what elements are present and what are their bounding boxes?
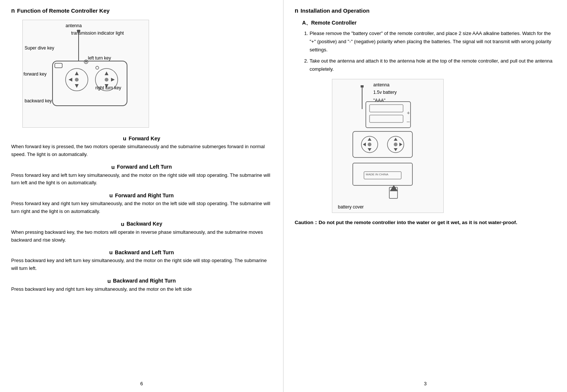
- svg-marker-34: [394, 148, 397, 151]
- installation-item-1: Please remove the "battery cover" of the…: [310, 29, 556, 54]
- battery-cover-label: battery cover: [338, 204, 364, 210]
- backward-left-section: u Backward and Left Turn Press backward …: [11, 249, 272, 273]
- backward-key-section: u Backward Key When pressing backward ke…: [11, 221, 272, 244]
- caution-text: Do not put the remote controller into th…: [319, 220, 517, 225]
- forward-key-title: u Forward Key: [11, 135, 272, 141]
- installation-list: Please remove the "battery cover" of the…: [302, 29, 556, 73]
- right-page-header: n Installation and Operation: [295, 7, 556, 14]
- bullet-u-2: u: [111, 164, 115, 170]
- bullet-u-3: u: [110, 192, 113, 198]
- svg-point-32: [394, 143, 397, 146]
- svg-text:_: _: [406, 116, 410, 122]
- backward-right-body: Press backward key and right turn key si…: [11, 286, 272, 293]
- backward-right-title: u Backward and Right Turn: [11, 278, 272, 284]
- remote-controller-heading: A、Remote Controller: [302, 20, 556, 26]
- svg-rect-25: [353, 131, 412, 157]
- svg-marker-28: [368, 138, 371, 141]
- caution-label: Caution：: [295, 220, 319, 225]
- forward-right-title: u Forward and Right Turn: [11, 192, 272, 198]
- svg-marker-33: [394, 138, 397, 141]
- backward-left-title: u Backward and Left Turn: [11, 249, 272, 255]
- svg-marker-30: [363, 143, 366, 146]
- backward-key-title: u Backward Key: [11, 221, 272, 227]
- left-section-marker: n: [11, 7, 15, 14]
- svg-point-7: [75, 78, 79, 82]
- remote-svg: + _: [332, 79, 440, 210]
- svg-point-5: [85, 61, 87, 63]
- left-section-title: Function of Remote Controller Key: [17, 7, 110, 14]
- right-section-marker: n: [295, 7, 298, 14]
- forward-left-section: u Forward and Left Turn Press forward ke…: [11, 164, 272, 187]
- forward-right-section: u Forward and Right Turn Press forward k…: [11, 192, 272, 216]
- forward-key-section: u Forward Key When forward key is presse…: [11, 135, 272, 159]
- svg-rect-16: [55, 63, 62, 68]
- svg-marker-8: [75, 71, 79, 75]
- svg-point-17: [96, 66, 99, 69]
- left-turn-label: left turn key: [88, 55, 111, 61]
- installation-item-2: Take out the antenna and attach it to th…: [310, 57, 556, 73]
- bullet-u-1: u: [123, 135, 126, 141]
- svg-text:MADE IN CHINA: MADE IN CHINA: [366, 173, 389, 176]
- svg-rect-24: [370, 115, 403, 122]
- forward-key-label: forward key: [23, 71, 47, 77]
- svg-marker-35: [399, 143, 402, 146]
- left-page-header: n Function of Remote Controller Key: [11, 7, 272, 14]
- transmission-label: transmission indicator light: [71, 31, 124, 36]
- forward-right-body: Press forward key and right turn key sim…: [11, 200, 272, 216]
- svg-marker-10: [69, 78, 72, 82]
- bullet-u-6: u: [107, 278, 111, 284]
- super-dive-label: Super dive key: [25, 45, 54, 51]
- right-page-number: 3: [424, 381, 427, 386]
- left-page-number: 6: [140, 381, 143, 386]
- right-page: n Installation and Operation A、Remote Co…: [284, 0, 567, 392]
- forward-left-body: Press forward key and left turn key simu…: [11, 172, 272, 187]
- forward-left-title: u Forward and Left Turn: [11, 164, 272, 170]
- controller-svg: [34, 28, 142, 117]
- svg-point-12: [105, 78, 108, 82]
- svg-marker-9: [75, 84, 79, 88]
- antenna-label: antenna: [66, 23, 82, 28]
- svg-rect-19: [361, 85, 364, 87]
- backward-key-body: When pressing backward key, the two moto…: [11, 229, 272, 244]
- svg-rect-23: [370, 105, 403, 112]
- svg-marker-39: [390, 185, 397, 191]
- remote-diagram: antenna 1.5v battery "AAA" + _: [332, 79, 444, 213]
- svg-marker-13: [105, 71, 108, 75]
- svg-point-27: [368, 143, 371, 146]
- backward-left-body: Press backward key and left turn key sim…: [11, 257, 272, 273]
- controller-diagram: antenna transmission indicator light Sup…: [22, 20, 149, 128]
- svg-text:+: +: [407, 110, 410, 116]
- bullet-u-4: u: [121, 221, 124, 227]
- forward-key-body: When forward key is pressed, the two mot…: [11, 143, 272, 159]
- right-section-title: Installation and Operation: [301, 7, 370, 14]
- svg-rect-0: [53, 61, 127, 106]
- svg-marker-15: [111, 78, 115, 82]
- backward-key-label: backward key: [25, 98, 52, 103]
- caution-box: Caution：Do not put the remote controller…: [295, 219, 556, 227]
- svg-marker-29: [368, 148, 371, 151]
- backward-right-section: u Backward and Right Turn Press backward…: [11, 278, 272, 293]
- right-turn-label: right turn key: [95, 85, 121, 90]
- left-page: n Function of Remote Controller Key: [0, 0, 284, 392]
- bullet-u-5: u: [109, 249, 113, 255]
- svg-rect-20: [366, 102, 411, 128]
